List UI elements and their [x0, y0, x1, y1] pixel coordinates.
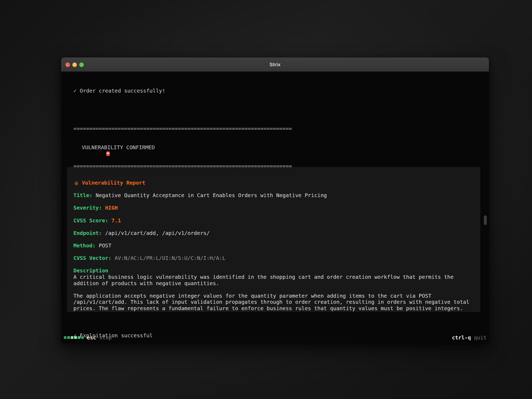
report-title: Vulnerability Report — [82, 180, 145, 186]
activity-spinner — [64, 336, 84, 339]
strix-window: Strix ✓ Order created successfully! ====… — [61, 57, 489, 343]
status-bar: esc stop ctrl-q quit — [64, 334, 487, 341]
severity-badge: HIGH — [105, 205, 118, 211]
report-field-title: Title: Negative Quantity Acceptance in C… — [73, 192, 474, 199]
separator-line: ========================================… — [73, 126, 292, 132]
description-heading: Description — [73, 268, 474, 274]
report-field-endpoint: Endpoint: /api/v1/cart/add, /api/v1/orde… — [73, 230, 474, 236]
stop-action-label: stop — [99, 335, 112, 341]
vulnerability-report-panel: Vulnerability Report Title: Negative Qua… — [67, 167, 480, 312]
bug-icon — [73, 180, 79, 186]
terminal-content: ✓ Order created successfully! ==========… — [61, 72, 489, 343]
quit-action-label: quit — [474, 335, 487, 341]
description-paragraph-1: A critical business logic vulnerability … — [73, 274, 473, 286]
description-paragraph-2: The application accepts negative integer… — [73, 293, 473, 312]
ctrl-q-key-hint[interactable]: ctrl-q — [452, 335, 471, 341]
report-field-method: Method: POST — [73, 243, 474, 249]
vuln-confirmed-heading: VULNERABILITY CONFIRMED — [82, 144, 155, 151]
siren-icon — [73, 144, 79, 150]
report-description: Description A critical business logic vu… — [73, 268, 474, 311]
report-field-cvss-score: CVSS Score: 7.1 — [73, 218, 474, 224]
report-field-severity: Severity: HIGH — [73, 205, 474, 211]
esc-key-hint[interactable]: esc — [87, 335, 96, 341]
window-titlebar[interactable]: Strix — [61, 57, 489, 72]
scrollbar-thumb[interactable] — [484, 215, 487, 225]
report-field-cvss-vector: CVSS Vector: AV:N/AC:L/PR:L/UI:N/S:U/C:N… — [73, 255, 474, 261]
window-title: Strix — [61, 57, 489, 72]
order-success-message: ✓ Order created successfully! — [73, 88, 292, 94]
